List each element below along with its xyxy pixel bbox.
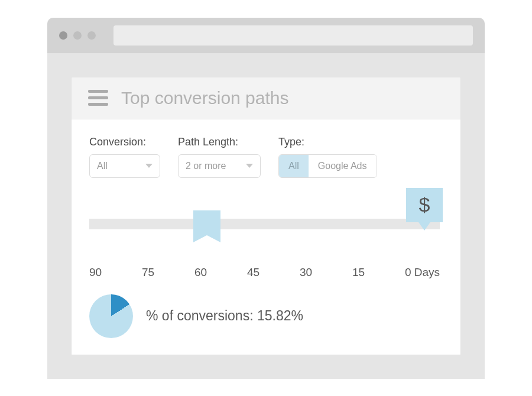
conversion-row: % of conversions: 15.82%	[89, 294, 443, 338]
traffic-light	[73, 31, 82, 40]
traffic-light	[87, 31, 96, 40]
path-length-dropdown[interactable]: 2 or more	[178, 154, 261, 178]
traffic-lights	[59, 31, 96, 40]
timeline-slider-handle[interactable]	[193, 210, 220, 242]
filter-row: Conversion: All Path Length: 2 or more	[89, 136, 443, 178]
timeline-tick: 30	[300, 266, 352, 279]
panel-body: Conversion: All Path Length: 2 or more	[72, 119, 460, 355]
type-filter: Type: All Google Ads	[278, 136, 377, 178]
conversion-label: Conversion:	[89, 136, 160, 148]
path-length-value: 2 or more	[186, 161, 226, 171]
type-label: Type:	[278, 136, 377, 148]
page-body: Top conversion paths Conversion: All Pat…	[47, 53, 485, 379]
timeline-tick: 15	[352, 266, 405, 279]
timeline-labels: 9075604530150 Days	[89, 266, 443, 279]
dollar-marker: $	[406, 188, 443, 222]
dollar-icon: $	[419, 193, 430, 216]
conversion-percent: 15.82%	[257, 308, 303, 323]
conversion-filter: Conversion: All	[89, 136, 160, 178]
timeline-tick: 0 Days	[405, 266, 440, 279]
path-length-filter: Path Length: 2 or more	[178, 136, 261, 178]
conversion-label-prefix: % of conversions:	[146, 308, 257, 323]
main-panel: Top conversion paths Conversion: All Pat…	[71, 77, 461, 355]
browser-frame: Top conversion paths Conversion: All Pat…	[47, 18, 485, 379]
page-title: Top conversion paths	[121, 88, 289, 108]
conversion-dropdown[interactable]: All	[89, 154, 160, 178]
timeline-track	[89, 219, 440, 229]
hamburger-icon[interactable]	[88, 90, 108, 106]
panel-header: Top conversion paths	[72, 77, 460, 119]
timeline: $	[89, 210, 443, 258]
url-bar[interactable]	[113, 25, 473, 46]
browser-top-bar	[47, 18, 485, 53]
timeline-tick: 45	[247, 266, 300, 279]
timeline-tick: 90	[89, 266, 142, 279]
path-length-label: Path Length:	[178, 136, 261, 148]
timeline-tick: 60	[194, 266, 247, 279]
conversion-value: All	[97, 161, 108, 171]
chevron-down-icon	[145, 164, 153, 168]
traffic-light	[59, 31, 67, 40]
type-option-all[interactable]: All	[279, 155, 309, 177]
conversion-text: % of conversions: 15.82%	[146, 308, 303, 324]
chevron-down-icon	[246, 164, 253, 168]
timeline-tick: 75	[142, 266, 194, 279]
conversion-pie-chart	[89, 294, 133, 338]
type-option-google-ads[interactable]: Google Ads	[309, 155, 377, 177]
type-toggle: All Google Ads	[278, 154, 377, 178]
